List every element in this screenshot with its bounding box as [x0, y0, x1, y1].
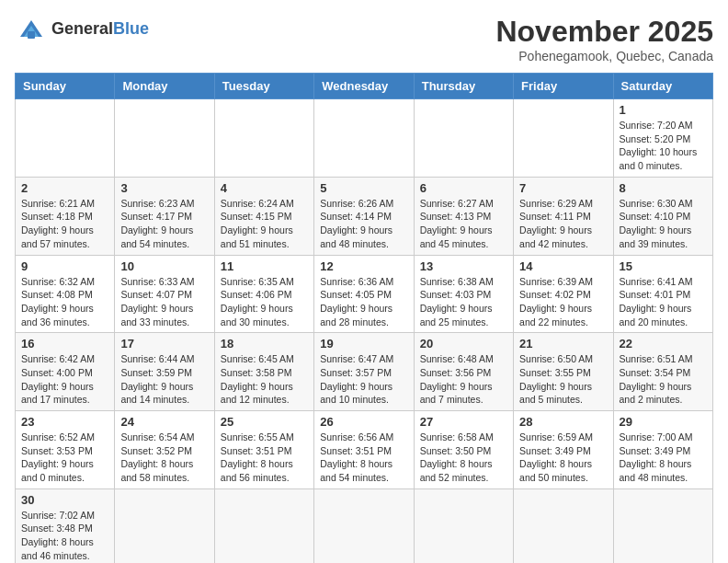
day-number: 9: [21, 259, 108, 273]
title-area: November 2025 Pohenegamook, Quebec, Cana…: [495, 15, 713, 63]
calendar-cell: 3Sunrise: 6:23 AMSunset: 4:17 PMDaylight…: [115, 177, 214, 255]
day-info: Sunrise: 6:21 AMSunset: 4:18 PMDaylight:…: [21, 197, 108, 251]
calendar-cell: 25Sunrise: 6:55 AMSunset: 3:51 PMDayligh…: [214, 411, 313, 489]
calendar-cell: 15Sunrise: 6:41 AMSunset: 4:01 PMDayligh…: [613, 255, 712, 333]
day-number: 16: [21, 337, 108, 350]
day-header-wednesday: Wednesday: [314, 74, 414, 99]
calendar-cell: [115, 99, 214, 178]
calendar-week-6: 30Sunrise: 7:02 AMSunset: 3:48 PMDayligh…: [16, 488, 713, 563]
day-number: 7: [519, 181, 607, 195]
location-title: Pohenegamook, Quebec, Canada: [495, 49, 713, 63]
day-number: 18: [221, 337, 308, 350]
day-header-friday: Friday: [514, 74, 613, 99]
day-info: Sunrise: 6:48 AMSunset: 3:56 PMDaylight:…: [420, 352, 507, 407]
day-info: Sunrise: 6:33 AMSunset: 4:07 PMDaylight:…: [120, 275, 208, 329]
calendar-cell: 29Sunrise: 7:00 AMSunset: 3:49 PMDayligh…: [613, 411, 712, 489]
calendar-cell: [414, 99, 513, 178]
day-number: 26: [320, 415, 407, 429]
calendar-cell: 21Sunrise: 6:50 AMSunset: 3:55 PMDayligh…: [514, 333, 613, 411]
day-info: Sunrise: 6:47 AMSunset: 3:57 PMDaylight:…: [320, 352, 407, 407]
day-info: Sunrise: 6:54 AMSunset: 3:52 PMDaylight:…: [120, 431, 208, 485]
calendar-cell: 16Sunrise: 6:42 AMSunset: 4:00 PMDayligh…: [16, 333, 115, 411]
calendar-week-4: 16Sunrise: 6:42 AMSunset: 4:00 PMDayligh…: [16, 333, 713, 411]
day-info: Sunrise: 6:38 AMSunset: 4:03 PMDaylight:…: [420, 275, 507, 329]
calendar-cell: 28Sunrise: 6:59 AMSunset: 3:49 PMDayligh…: [514, 411, 613, 489]
day-number: 5: [320, 181, 407, 195]
day-number: 23: [21, 415, 108, 429]
calendar-cell: [514, 99, 613, 178]
calendar-cell: 26Sunrise: 6:56 AMSunset: 3:51 PMDayligh…: [314, 411, 414, 489]
day-number: 21: [519, 337, 607, 350]
day-number: 8: [620, 181, 707, 195]
day-number: 6: [420, 181, 507, 195]
calendar-cell: [314, 99, 414, 178]
day-header-thursday: Thursday: [414, 74, 513, 99]
day-info: Sunrise: 6:30 AMSunset: 4:10 PMDaylight:…: [620, 197, 707, 251]
day-header-monday: Monday: [115, 74, 214, 99]
day-header-tuesday: Tuesday: [214, 74, 313, 99]
day-number: 20: [420, 337, 507, 350]
logo-normal: General: [51, 19, 113, 38]
logo: GeneralBlue: [15, 15, 149, 42]
day-number: 3: [120, 181, 208, 195]
calendar-cell: [414, 488, 513, 563]
day-number: 15: [620, 259, 707, 273]
calendar-cell: 13Sunrise: 6:38 AMSunset: 4:03 PMDayligh…: [414, 255, 513, 333]
day-info: Sunrise: 6:56 AMSunset: 3:51 PMDaylight:…: [320, 431, 407, 485]
calendar-cell: 7Sunrise: 6:29 AMSunset: 4:11 PMDaylight…: [514, 177, 613, 255]
day-header-sunday: Sunday: [16, 74, 115, 99]
calendar-cell: 20Sunrise: 6:48 AMSunset: 3:56 PMDayligh…: [414, 333, 513, 411]
day-info: Sunrise: 6:55 AMSunset: 3:51 PMDaylight:…: [221, 431, 308, 485]
day-number: 27: [420, 415, 507, 429]
calendar-cell: 4Sunrise: 6:24 AMSunset: 4:15 PMDaylight…: [214, 177, 313, 255]
day-info: Sunrise: 7:02 AMSunset: 3:48 PMDaylight:…: [21, 509, 108, 563]
day-info: Sunrise: 6:41 AMSunset: 4:01 PMDaylight:…: [620, 275, 707, 329]
calendar-cell: 6Sunrise: 6:27 AMSunset: 4:13 PMDaylight…: [414, 177, 513, 255]
day-info: Sunrise: 6:52 AMSunset: 3:53 PMDaylight:…: [21, 431, 108, 485]
day-info: Sunrise: 6:36 AMSunset: 4:05 PMDaylight:…: [320, 275, 407, 329]
day-number: 17: [120, 337, 208, 350]
day-info: Sunrise: 6:50 AMSunset: 3:55 PMDaylight:…: [519, 352, 607, 407]
calendar-cell: 9Sunrise: 6:32 AMSunset: 4:08 PMDaylight…: [16, 255, 115, 333]
day-info: Sunrise: 6:51 AMSunset: 3:54 PMDaylight:…: [620, 352, 707, 407]
calendar-cell: [16, 99, 115, 178]
day-number: 30: [21, 493, 108, 507]
day-info: Sunrise: 6:44 AMSunset: 3:59 PMDaylight:…: [120, 352, 208, 407]
calendar-cell: [514, 488, 613, 563]
calendar-cell: 1Sunrise: 7:20 AMSunset: 5:20 PMDaylight…: [613, 99, 712, 178]
calendar-week-3: 9Sunrise: 6:32 AMSunset: 4:08 PMDaylight…: [16, 255, 713, 333]
day-info: Sunrise: 6:59 AMSunset: 3:49 PMDaylight:…: [519, 431, 607, 485]
calendar-cell: 23Sunrise: 6:52 AMSunset: 3:53 PMDayligh…: [16, 411, 115, 489]
day-number: 25: [221, 415, 308, 429]
day-info: Sunrise: 6:42 AMSunset: 4:00 PMDaylight:…: [21, 352, 108, 407]
calendar-cell: 12Sunrise: 6:36 AMSunset: 4:05 PMDayligh…: [314, 255, 414, 333]
day-info: Sunrise: 6:29 AMSunset: 4:11 PMDaylight:…: [519, 197, 607, 251]
day-number: 19: [320, 337, 407, 350]
day-info: Sunrise: 6:23 AMSunset: 4:17 PMDaylight:…: [120, 197, 208, 251]
calendar-week-5: 23Sunrise: 6:52 AMSunset: 3:53 PMDayligh…: [16, 411, 713, 489]
calendar-cell: 17Sunrise: 6:44 AMSunset: 3:59 PMDayligh…: [115, 333, 214, 411]
calendar: SundayMondayTuesdayWednesdayThursdayFrid…: [15, 73, 713, 563]
day-info: Sunrise: 6:45 AMSunset: 3:58 PMDaylight:…: [221, 352, 308, 407]
day-info: Sunrise: 6:26 AMSunset: 4:14 PMDaylight:…: [320, 197, 407, 251]
day-info: Sunrise: 6:35 AMSunset: 4:06 PMDaylight:…: [221, 275, 308, 329]
calendar-cell: 14Sunrise: 6:39 AMSunset: 4:02 PMDayligh…: [514, 255, 613, 333]
day-info: Sunrise: 6:27 AMSunset: 4:13 PMDaylight:…: [420, 197, 507, 251]
svg-rect-3: [28, 31, 35, 39]
day-info: Sunrise: 6:32 AMSunset: 4:08 PMDaylight:…: [21, 275, 108, 329]
day-info: Sunrise: 7:20 AMSunset: 5:20 PMDaylight:…: [620, 119, 707, 173]
day-number: 2: [21, 181, 108, 195]
day-number: 12: [320, 259, 407, 273]
calendar-cell: [214, 488, 313, 563]
calendar-cell: 2Sunrise: 6:21 AMSunset: 4:18 PMDaylight…: [16, 177, 115, 255]
day-header-saturday: Saturday: [613, 74, 712, 99]
calendar-week-1: 1Sunrise: 7:20 AMSunset: 5:20 PMDaylight…: [16, 99, 713, 178]
calendar-cell: 22Sunrise: 6:51 AMSunset: 3:54 PMDayligh…: [613, 333, 712, 411]
day-number: 14: [519, 259, 607, 273]
day-number: 1: [620, 103, 707, 117]
calendar-header-row: SundayMondayTuesdayWednesdayThursdayFrid…: [16, 74, 713, 99]
calendar-cell: [314, 488, 414, 563]
calendar-cell: 27Sunrise: 6:58 AMSunset: 3:50 PMDayligh…: [414, 411, 513, 489]
day-number: 29: [620, 415, 707, 429]
calendar-cell: 8Sunrise: 6:30 AMSunset: 4:10 PMDaylight…: [613, 177, 712, 255]
